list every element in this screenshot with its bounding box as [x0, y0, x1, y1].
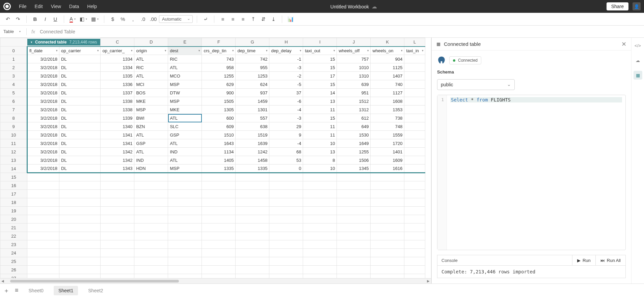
- cell[interactable]: 1512: [337, 97, 371, 106]
- column-header-I[interactable]: I: [303, 38, 337, 47]
- cell[interactable]: 1312: [337, 106, 371, 114]
- run-button[interactable]: ▶ Run: [572, 255, 595, 265]
- cell[interactable]: [404, 190, 425, 198]
- cell[interactable]: [59, 173, 101, 181]
- menu-view[interactable]: View: [47, 4, 65, 9]
- menu-help[interactable]: Help: [83, 4, 101, 9]
- cell[interactable]: MSP: [168, 165, 202, 173]
- cell[interactable]: [371, 181, 404, 190]
- cell[interactable]: [202, 181, 236, 190]
- cell[interactable]: [371, 198, 404, 207]
- sql-editor[interactable]: 1 Select * from FLIGHTS: [437, 95, 626, 250]
- cell[interactable]: [269, 240, 303, 249]
- cell[interactable]: 1340: [101, 122, 134, 131]
- cell[interactable]: [59, 274, 101, 278]
- cell[interactable]: 1134: [202, 148, 236, 156]
- cell[interactable]: 3/2/2018: [27, 63, 59, 72]
- cell[interactable]: [27, 274, 59, 278]
- cell[interactable]: 8: [303, 156, 337, 165]
- cell[interactable]: [404, 80, 425, 89]
- cell[interactable]: RIC: [134, 63, 168, 72]
- cell[interactable]: [303, 207, 337, 215]
- cell[interactable]: [371, 266, 404, 274]
- align-left-button[interactable]: ≡: [218, 15, 227, 24]
- cell[interactable]: 1405: [202, 156, 236, 165]
- row-header-0[interactable]: 0: [0, 47, 27, 55]
- cell[interactable]: BOS: [134, 89, 168, 97]
- row-header[interactable]: 22: [0, 232, 27, 240]
- cell[interactable]: 1334: [101, 55, 134, 63]
- field-header-fl_date[interactable]: fl_date▾: [27, 47, 59, 55]
- cell[interactable]: [134, 224, 168, 232]
- row-header[interactable]: 16: [0, 181, 27, 190]
- cell[interactable]: 738: [371, 114, 404, 122]
- cell[interactable]: 37: [269, 89, 303, 97]
- cell[interactable]: DL: [59, 89, 101, 97]
- cell[interactable]: 1127: [371, 89, 404, 97]
- row-header[interactable]: 25: [0, 257, 27, 266]
- cell[interactable]: 629: [202, 80, 236, 89]
- row-header[interactable]: 10: [0, 131, 27, 139]
- redo-button[interactable]: ↷: [14, 15, 22, 24]
- cloud-panel-icon[interactable]: ☁: [634, 56, 642, 65]
- row-header[interactable]: 14: [0, 165, 27, 173]
- cell[interactable]: MCI: [134, 80, 168, 89]
- cell[interactable]: 1010: [337, 63, 371, 72]
- cell[interactable]: [236, 198, 269, 207]
- cell[interactable]: [27, 224, 59, 232]
- cell[interactable]: [27, 249, 59, 257]
- cell[interactable]: GSP: [134, 139, 168, 148]
- cell[interactable]: 955: [236, 63, 269, 72]
- cell[interactable]: 1459: [236, 97, 269, 106]
- cell[interactable]: 3/2/2018: [27, 131, 59, 139]
- cell[interactable]: [236, 257, 269, 266]
- cell[interactable]: [101, 232, 134, 240]
- cell[interactable]: [404, 72, 425, 80]
- cell[interactable]: [168, 232, 202, 240]
- cell[interactable]: 612: [337, 114, 371, 122]
- add-sheet-button[interactable]: ＋: [3, 287, 9, 295]
- wrap-text-button[interactable]: ⤶: [201, 15, 210, 24]
- cell[interactable]: [303, 190, 337, 198]
- cell[interactable]: MKE: [134, 97, 168, 106]
- align-middle-button[interactable]: ⇵: [259, 15, 268, 24]
- align-bottom-button[interactable]: ⤓: [269, 15, 278, 24]
- row-header[interactable]: 5: [0, 89, 27, 97]
- percent-button[interactable]: %: [118, 15, 127, 24]
- cell[interactable]: [404, 240, 425, 249]
- cell[interactable]: [101, 190, 134, 198]
- cell[interactable]: 11: [303, 131, 337, 139]
- cell[interactable]: 624: [236, 80, 269, 89]
- cell[interactable]: [404, 215, 425, 224]
- cell[interactable]: [371, 240, 404, 249]
- number-format-select[interactable]: Automatic: [159, 15, 193, 23]
- cell[interactable]: 10: [303, 139, 337, 148]
- menu-file[interactable]: File: [15, 4, 31, 9]
- align-center-button[interactable]: ≡: [229, 15, 237, 24]
- cell[interactable]: ATL: [168, 63, 202, 72]
- cell[interactable]: DL: [59, 114, 101, 122]
- name-box[interactable]: Table▾: [3, 29, 26, 34]
- cell[interactable]: 1242: [236, 148, 269, 156]
- cell[interactable]: [134, 240, 168, 249]
- row-header[interactable]: 3: [0, 72, 27, 80]
- filter-dropdown-icon[interactable]: ▾: [401, 49, 403, 52]
- cell[interactable]: DL: [59, 55, 101, 63]
- cell[interactable]: [337, 240, 371, 249]
- cell[interactable]: [168, 215, 202, 224]
- cell[interactable]: [337, 215, 371, 224]
- cell[interactable]: [101, 181, 134, 190]
- sheet-tab-1[interactable]: Sheet1: [54, 286, 78, 295]
- cell[interactable]: [404, 63, 425, 72]
- cell[interactable]: 13: [303, 97, 337, 106]
- cell[interactable]: [27, 181, 59, 190]
- row-header[interactable]: 13: [0, 156, 27, 165]
- cell[interactable]: [59, 190, 101, 198]
- cell[interactable]: 1310: [337, 72, 371, 80]
- cell[interactable]: [134, 190, 168, 198]
- cell[interactable]: [59, 249, 101, 257]
- cell[interactable]: [269, 207, 303, 215]
- row-header[interactable]: 11: [0, 139, 27, 148]
- cell[interactable]: ATL: [134, 131, 168, 139]
- cell[interactable]: [404, 131, 425, 139]
